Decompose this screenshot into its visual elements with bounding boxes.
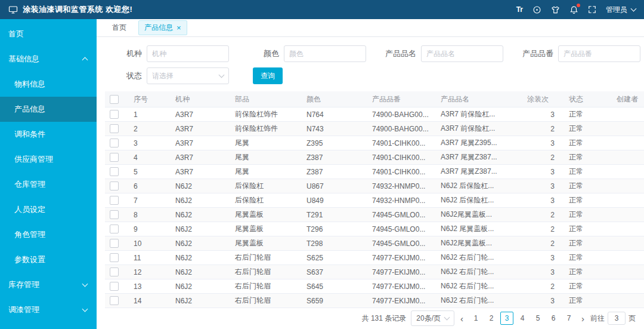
notification-badge: [577, 4, 580, 7]
row-checkbox[interactable]: [110, 167, 119, 176]
user-menu[interactable]: 管理员: [606, 5, 636, 15]
row-checkbox[interactable]: [110, 267, 119, 276]
row-checkbox[interactable]: [110, 110, 119, 119]
cell-check: [105, 208, 128, 222]
row-checkbox[interactable]: [110, 282, 119, 291]
page-button-2[interactable]: 2: [485, 312, 498, 325]
page-button-7[interactable]: 7: [562, 312, 575, 325]
table-row: 11N6J2右后门轮眉S62574977-EKIJM0...N6J2 右后门轮.…: [105, 251, 644, 265]
close-icon[interactable]: ×: [177, 24, 181, 32]
cell-seq: 12: [128, 265, 169, 279]
page-size-select[interactable]: 20条/页: [411, 310, 454, 326]
table-row: 9N6J2尾翼盖板T29674945-GMLO0...N6J2 尾翼盖板...2…: [105, 222, 644, 236]
cell-color: Z395: [301, 136, 366, 150]
table-row: 7N6J2后保险杠U84974932-HNMP0...N6J2 后保险杠...3…: [105, 193, 644, 208]
filter-label-status: 状态: [106, 70, 142, 81]
chevron-down-icon: [219, 72, 225, 78]
sidebar-item-basic-info[interactable]: 基础信息: [0, 47, 97, 72]
row-checkbox[interactable]: [110, 253, 119, 262]
cell-check: [105, 251, 128, 265]
cell-coats: 3: [521, 107, 563, 122]
fullscreen-icon[interactable]: [588, 4, 596, 15]
sidebar-item-supplier-mgmt[interactable]: 供应商管理: [0, 147, 97, 172]
row-checkbox[interactable]: [110, 296, 119, 305]
row-checkbox[interactable]: [110, 210, 119, 219]
search-button[interactable]: 查询: [253, 67, 283, 84]
row-checkbox[interactable]: [110, 225, 119, 233]
cell-part_no: 74900-BAHG00...: [366, 122, 435, 136]
cell-seq: 13: [128, 279, 169, 294]
cell-status: 正常: [563, 107, 611, 122]
sidebar-item-material-info[interactable]: 物料信息: [0, 72, 97, 97]
sidebar-item-label: 参数设置: [14, 254, 45, 265]
page-button-3[interactable]: 3: [500, 312, 513, 325]
cell-seq: 11: [128, 251, 169, 265]
cell-part_no: 74901-CIHK00...: [366, 165, 435, 179]
next-page-button[interactable]: ›: [580, 313, 586, 324]
cell-color: Z387: [301, 165, 366, 179]
sidebar-item-paint-mgmt[interactable]: 调漆管理: [0, 297, 97, 322]
filter-input-part-no[interactable]: [558, 45, 640, 62]
filter-input-model[interactable]: [147, 45, 229, 62]
cell-name: N6J2尾翼盖板...: [435, 236, 521, 251]
sidebar-item-personnel-setting[interactable]: 人员设定: [0, 197, 97, 222]
sidebar-item-product-info[interactable]: 产品信息: [0, 97, 97, 122]
header-cell-seq: 序号: [128, 91, 169, 107]
cell-part: 右后门轮眉: [229, 294, 301, 308]
cell-name: A3R7 前保险杠...: [435, 107, 521, 122]
cell-part_no: 74900-BAHG00...: [366, 107, 435, 122]
cell-part_no: 74977-EKIJM0...: [366, 251, 435, 265]
cell-status: 正常: [563, 265, 611, 279]
filter-input-product-name[interactable]: [421, 45, 503, 62]
page-button-4[interactable]: 4: [516, 312, 529, 325]
cell-model: N6J2: [169, 208, 229, 222]
sidebar: 首页基础信息物料信息产品信息调和条件供应商管理仓库管理人员设定角色管理参数设置库…: [0, 19, 97, 329]
cell-seq: 10: [128, 236, 169, 251]
page-button-1[interactable]: 1: [469, 312, 482, 325]
row-checkbox[interactable]: [110, 196, 119, 205]
tab-label: 产品信息: [144, 23, 173, 33]
sidebar-item-inventory-mgmt[interactable]: 库存管理: [0, 272, 97, 297]
cell-name: N6J2 尾翼盖板...: [435, 222, 521, 236]
font-size-icon[interactable]: Tr: [516, 4, 523, 15]
row-checkbox[interactable]: [110, 139, 119, 147]
cell-color: S659: [301, 294, 366, 308]
filter-label-model: 机种: [106, 48, 142, 59]
sidebar-item-label: 人员设定: [14, 204, 45, 215]
cell-model: N6J2: [169, 222, 229, 236]
row-checkbox[interactable]: [110, 124, 119, 133]
target-icon[interactable]: [532, 4, 541, 15]
cell-creator: 张三: [611, 208, 644, 222]
prev-page-button[interactable]: ‹: [459, 313, 465, 324]
sidebar-item-label: 调和条件: [14, 129, 45, 140]
tab-home[interactable]: 首页: [106, 20, 132, 35]
cell-coats: 3: [521, 193, 563, 208]
page-button-5[interactable]: 5: [531, 312, 544, 325]
cell-part: 尾翼盖板: [229, 236, 301, 251]
notification-bell-icon[interactable]: [569, 4, 578, 15]
theme-skin-icon[interactable]: [551, 4, 560, 15]
row-checkbox[interactable]: [110, 239, 119, 248]
cell-status: 正常: [563, 251, 611, 265]
cell-part_no: 74977-EKIJM0...: [366, 265, 435, 279]
cell-name: A3R7 尾翼Z395...: [435, 136, 521, 150]
table-body: 1A3R7前保险杠饰件N76474900-BAHG00...A3R7 前保险杠.…: [105, 107, 644, 308]
app-title: 涂装油漆调和监管系统 欢迎您!: [23, 4, 132, 15]
sidebar-item-blend-condition[interactable]: 调和条件: [0, 122, 97, 147]
row-checkbox[interactable]: [110, 182, 119, 190]
cell-color: N743: [301, 122, 366, 136]
page-button-6[interactable]: 6: [547, 312, 560, 325]
filter-label-color: 颜色: [243, 48, 279, 59]
row-checkbox[interactable]: [110, 153, 119, 162]
goto-page-input[interactable]: [608, 312, 626, 325]
cell-creator: 张三: [611, 179, 644, 193]
select-all-checkbox[interactable]: [110, 95, 119, 104]
sidebar-item-home[interactable]: 首页: [0, 21, 97, 47]
sidebar-item-role-mgmt[interactable]: 角色管理: [0, 222, 97, 247]
sidebar-item-warehouse-mgmt[interactable]: 仓库管理: [0, 172, 97, 197]
filter-input-color[interactable]: [284, 45, 366, 62]
sidebar-item-label: 仓库管理: [14, 179, 45, 190]
sidebar-item-param-setting[interactable]: 参数设置: [0, 247, 97, 272]
tab-product-info[interactable]: 产品信息 ×: [138, 20, 187, 35]
filter-select-status[interactable]: 请选择: [147, 67, 229, 84]
